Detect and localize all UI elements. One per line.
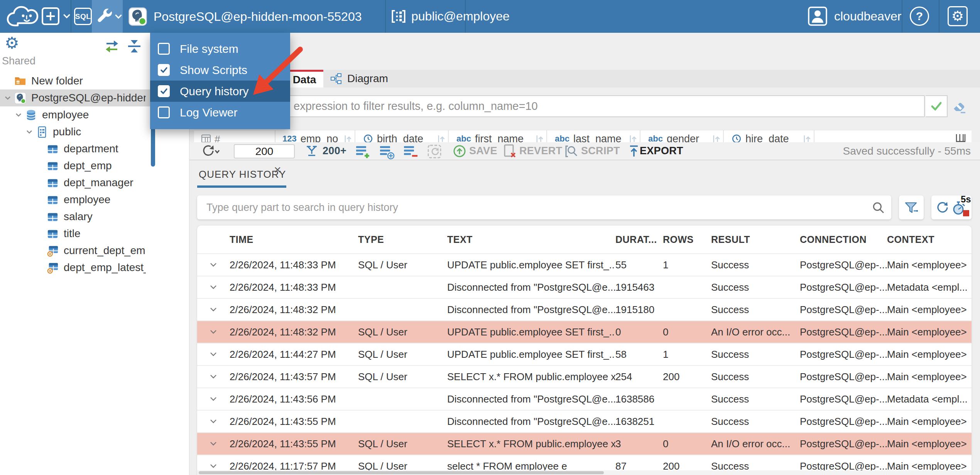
tree-item[interactable]: title xyxy=(0,225,189,242)
user-menu-button[interactable]: cloudbeaver xyxy=(808,7,901,26)
query-history-row[interactable]: 2/26/2024, 11:48:33 PM Disconnected from… xyxy=(197,276,972,298)
search-icon[interactable] xyxy=(872,201,884,214)
tools-menu-button[interactable] xyxy=(92,0,123,33)
delete-row-button[interactable] xyxy=(402,143,419,160)
connection-selector[interactable]: PostgreSQL@ep-hidden-moon-55203 xyxy=(128,7,362,26)
checkbox-icon[interactable] xyxy=(158,64,170,76)
help-button[interactable]: ? xyxy=(910,7,929,26)
menu-item[interactable]: File system xyxy=(150,38,290,59)
chevron-down-icon xyxy=(114,13,123,20)
grid-corner-icon[interactable] xyxy=(201,133,211,143)
query-history-row[interactable]: 2/26/2024, 11:48:32 PM Disconnected from… xyxy=(197,298,972,320)
column-header[interactable]: CONTEXT xyxy=(887,234,972,245)
chevron-down-icon[interactable] xyxy=(3,93,12,103)
fetch-more-icon[interactable] xyxy=(305,145,318,158)
refresh-button[interactable] xyxy=(200,145,220,158)
tree-item[interactable]: dept_manager xyxy=(0,174,189,191)
chevron-down-icon[interactable] xyxy=(25,127,34,136)
query-history-row[interactable]: 2/26/2024, 11:43:55 PM SQL / User SELECT… xyxy=(197,432,972,455)
sort-icon[interactable] xyxy=(437,134,446,143)
eraser-icon[interactable] xyxy=(951,99,968,115)
expand-chevron-icon[interactable] xyxy=(208,304,219,315)
column-header[interactable]: RESULT xyxy=(711,234,800,245)
collapse-all-icon[interactable] xyxy=(126,38,143,55)
grid-column-header[interactable]: abc last_name xyxy=(547,130,640,143)
sort-icon[interactable] xyxy=(629,134,637,143)
query-history-filter-button[interactable] xyxy=(899,195,924,219)
settings-button[interactable]: ⚙ xyxy=(948,6,968,26)
query-history-row[interactable]: 2/26/2024, 11:43:55 PM Disconnected from… xyxy=(197,410,972,432)
schema-icon xyxy=(391,9,406,24)
page-size-input[interactable] xyxy=(234,144,295,158)
sort-icon[interactable] xyxy=(344,134,352,143)
tree-item[interactable]: department xyxy=(0,140,189,157)
expand-chevron-icon[interactable] xyxy=(208,259,219,271)
scrollbar-thumb[interactable] xyxy=(199,471,604,474)
expand-chevron-icon[interactable] xyxy=(208,416,219,427)
script-button[interactable]: SCRIPT xyxy=(581,142,620,160)
column-header[interactable]: TYPE xyxy=(358,234,447,245)
grid-column-header[interactable]: hire_date xyxy=(724,130,814,143)
grid-column-header[interactable]: birth_date xyxy=(355,130,449,143)
tree-item[interactable]: current_dept_emp xyxy=(0,242,189,259)
query-history-row[interactable]: 2/26/2024, 11:43:56 PM Disconnected from… xyxy=(197,387,972,410)
column-header[interactable]: TEXT xyxy=(447,234,615,245)
expand-chevron-icon[interactable] xyxy=(208,371,219,382)
grid-column-header[interactable]: abc first_name xyxy=(449,130,547,143)
menu-item[interactable]: Log Viewer xyxy=(150,102,290,123)
column-header[interactable]: DURAT... xyxy=(615,234,663,245)
export-button[interactable]: EXPORT xyxy=(640,142,683,160)
query-history-row[interactable]: 2/26/2024, 11:48:33 PM SQL / User UPDATE… xyxy=(197,253,972,276)
duplicate-row-button[interactable] xyxy=(378,143,395,160)
checkbox-icon[interactable] xyxy=(158,106,170,118)
expand-chevron-icon[interactable] xyxy=(208,326,219,338)
fetch-more-label[interactable]: 200+ xyxy=(323,142,346,160)
sql-editor-button[interactable]: SQL xyxy=(74,8,92,25)
cloudbeaver-logo[interactable] xyxy=(6,4,46,30)
column-header[interactable]: ROWS xyxy=(663,234,711,245)
query-history-row[interactable]: 2/26/2024, 11:44:27 PM SQL / User UPDATE… xyxy=(197,343,972,365)
cell-time: 2/26/2024, 11:48:32 PM xyxy=(230,326,358,338)
new-connection-button[interactable] xyxy=(41,7,71,26)
columns-config-icon[interactable] xyxy=(955,133,966,143)
tree-item[interactable]: dept_emp xyxy=(0,157,189,174)
refresh-cell-button[interactable] xyxy=(426,143,443,160)
checkbox-icon[interactable] xyxy=(158,85,170,97)
add-row-button[interactable] xyxy=(355,143,371,160)
refresh-icon[interactable] xyxy=(934,200,949,215)
apply-filter-button[interactable] xyxy=(926,95,948,117)
query-history-search-input[interactable] xyxy=(197,195,891,219)
expand-chevron-icon[interactable] xyxy=(208,281,219,293)
expand-chevron-icon[interactable] xyxy=(208,349,219,360)
close-icon[interactable]: × xyxy=(274,163,281,176)
results-filter-input[interactable] xyxy=(199,95,925,117)
sort-icon[interactable] xyxy=(803,134,811,143)
chevron-down-icon[interactable] xyxy=(14,110,23,120)
sort-icon[interactable] xyxy=(536,134,544,143)
column-header[interactable]: TIME xyxy=(230,234,358,245)
query-history-row[interactable]: 2/26/2024, 11:48:32 PM SQL / User UPDATE… xyxy=(197,320,972,343)
tree-item[interactable]: salary xyxy=(0,208,189,225)
save-button[interactable]: SAVE xyxy=(469,142,497,160)
menu-item[interactable]: Show Scripts xyxy=(150,59,290,81)
sort-icon[interactable] xyxy=(712,134,721,143)
tree-item[interactable]: employee xyxy=(0,191,189,208)
grid-column-header[interactable]: abc gender xyxy=(640,130,724,143)
sidebar-settings-icon[interactable]: ⚙ xyxy=(5,34,19,52)
tab-data[interactable]: Data xyxy=(286,70,323,88)
tree-item[interactable]: dept_emp_latest_date xyxy=(0,259,189,276)
grid-column-header[interactable]: 123 emp_no xyxy=(275,130,355,143)
checkbox-icon[interactable] xyxy=(158,43,170,55)
column-header[interactable]: CONNECTION xyxy=(800,234,887,245)
query-history-row[interactable]: 2/26/2024, 11:43:57 PM SQL / User SELECT… xyxy=(197,365,972,387)
horizontal-scrollbar[interactable] xyxy=(197,470,972,475)
menu-item[interactable]: Query history xyxy=(150,81,290,102)
expand-chevron-icon[interactable] xyxy=(208,393,219,405)
schema-selector[interactable]: public@employee xyxy=(391,9,510,24)
revert-button[interactable]: REVERT xyxy=(519,142,562,160)
sync-connections-icon[interactable] xyxy=(103,38,120,55)
tab-diagram[interactable]: Diagram xyxy=(323,70,398,88)
expand-chevron-icon[interactable] xyxy=(208,438,219,450)
tab-query-history[interactable]: QUERY HISTORY xyxy=(199,168,286,180)
stop-auto-refresh-square[interactable] xyxy=(963,210,969,216)
